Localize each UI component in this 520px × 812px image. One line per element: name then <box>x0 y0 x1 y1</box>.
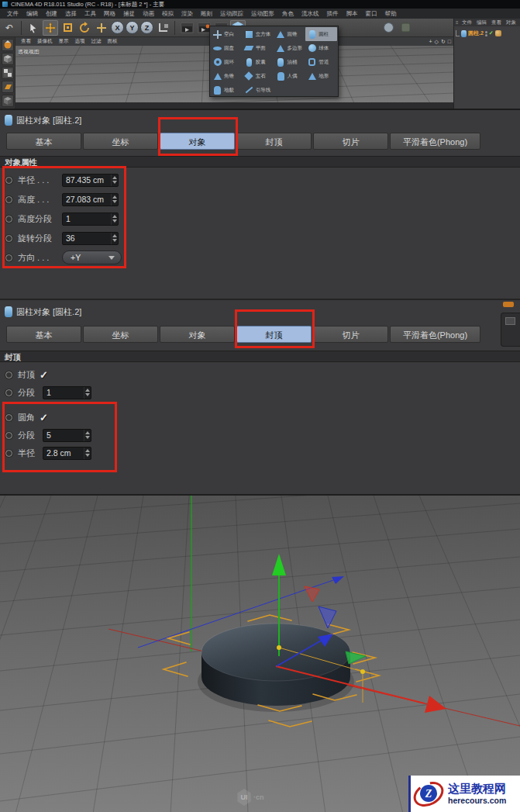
tab-slice[interactable]: 切片 <box>313 326 388 343</box>
tab-phong[interactable]: 平滑着色(Phong) <box>390 326 480 343</box>
fillet-segments-field[interactable]: 5 <box>43 429 91 442</box>
keyframe-circle-icon[interactable] <box>5 235 12 242</box>
texture-mode-button[interactable] <box>2 67 14 79</box>
om-menu-item[interactable]: 查看 <box>490 19 504 26</box>
menu-item[interactable]: 流水线 <box>298 10 323 18</box>
x-axis-lock-button[interactable]: X <box>111 21 124 34</box>
radius-field[interactable]: 87.435 cm <box>62 174 119 187</box>
stepper[interactable] <box>84 447 91 459</box>
viewport-menu-item[interactable]: 选项 <box>72 38 88 45</box>
viewport-menu-item[interactable]: 显示 <box>56 38 72 45</box>
polygon-mode-button[interactable] <box>2 95 14 107</box>
tab-caps[interactable]: 封顶 <box>236 326 312 343</box>
menu-item[interactable]: 插件 <box>323 10 343 18</box>
object-name[interactable]: 圆柱.2 <box>468 29 484 37</box>
tab-coord[interactable]: 坐标 <box>83 133 158 150</box>
y-axis-lock-button[interactable]: Y <box>126 21 139 34</box>
deformer-button[interactable] <box>398 20 413 36</box>
keyframe-circle-icon[interactable] <box>5 432 12 439</box>
panel-menu-icon[interactable]: ≡ <box>456 20 459 25</box>
cap-segments-field[interactable]: 1 <box>43 386 91 399</box>
perspective-viewport-main[interactable]: UI ·cn <box>0 494 520 812</box>
primitive-relief[interactable]: 地貌 <box>211 83 243 97</box>
visibility-dots-icon[interactable] <box>485 31 487 36</box>
orientation-dropdown[interactable]: +Y <box>62 251 122 264</box>
undo-button[interactable]: ↶ <box>2 20 17 36</box>
primitive-landscape[interactable]: 地形 <box>305 69 337 83</box>
primitive-polygon[interactable]: 多边形 <box>274 41 306 55</box>
keyframe-circle-icon[interactable] <box>5 196 12 203</box>
menu-item[interactable]: 创建 <box>42 10 61 18</box>
viewport-menu-item[interactable]: 面板 <box>105 38 121 45</box>
keyframe-circle-icon[interactable] <box>5 371 12 378</box>
primitive-null[interactable]: 空白 <box>211 27 243 41</box>
stepper[interactable] <box>111 174 118 186</box>
stepper[interactable] <box>111 233 118 244</box>
toggle-view-icon[interactable]: □ <box>448 39 451 44</box>
keyframe-circle-icon[interactable] <box>5 389 12 396</box>
z-axis-lock-button[interactable]: Z <box>140 21 153 34</box>
tab-caps[interactable]: 封顶 <box>236 133 312 150</box>
primitive-capsule[interactable]: 胶囊 <box>243 55 274 69</box>
menu-item[interactable]: 网格 <box>100 10 119 18</box>
enabled-check-icon[interactable]: ✓ <box>489 30 494 36</box>
fillet-radius-field[interactable]: 2.8 cm <box>43 447 91 460</box>
keyframe-circle-icon[interactable] <box>5 414 12 421</box>
om-menu-item[interactable]: 对象 <box>505 19 518 26</box>
tab-slice[interactable]: 切片 <box>313 133 388 150</box>
primitive-disc[interactable]: 圆盘 <box>211 41 243 55</box>
stepper[interactable] <box>84 387 91 399</box>
side-panel-tab[interactable] <box>501 313 520 347</box>
primitive-platonic[interactable]: 宝石 <box>243 69 274 83</box>
primitive-cube[interactable]: 立方体 <box>243 27 274 41</box>
keyframe-circle-icon[interactable] <box>5 450 12 457</box>
scale-tool-button[interactable] <box>60 20 75 36</box>
stepper[interactable] <box>111 194 118 206</box>
phong-tag-icon[interactable] <box>495 30 501 36</box>
move-tool-button[interactable] <box>43 20 58 36</box>
stepper[interactable] <box>111 213 118 225</box>
layout-chip-icon[interactable] <box>503 302 514 307</box>
viewport-menu-item[interactable]: 查看 <box>18 38 34 45</box>
menu-item[interactable]: 角色 <box>278 10 298 18</box>
fillet-checkbox[interactable]: ✓ <box>40 412 48 423</box>
height-segments-field[interactable]: 1 <box>62 213 119 226</box>
tab-coord[interactable]: 坐标 <box>83 326 158 343</box>
menu-item[interactable]: 工具 <box>81 10 100 18</box>
rotation-segments-field[interactable]: 36 <box>62 232 119 245</box>
primitive-plane[interactable]: 平面 <box>243 41 274 55</box>
tab-object[interactable]: 对象 <box>160 326 235 343</box>
primitive-sphere[interactable]: 球体 <box>305 41 337 55</box>
om-menu-item[interactable]: 文件 <box>460 19 474 26</box>
tab-phong[interactable]: 平滑着色(Phong) <box>390 133 480 150</box>
menu-item[interactable]: 动画 <box>139 10 158 18</box>
model-mode-button[interactable] <box>2 53 14 65</box>
rotate-view-icon[interactable]: ↻ <box>441 39 446 44</box>
primitive-torus[interactable]: 圆环 <box>211 55 243 69</box>
menu-item[interactable]: 编辑 <box>22 10 42 18</box>
primitive-guide[interactable]: 引导线 <box>243 83 274 97</box>
primitive-tube[interactable]: 管道 <box>305 55 337 69</box>
menu-item[interactable]: 脚本 <box>343 10 362 18</box>
workplane-mode-button[interactable] <box>2 81 14 93</box>
primitive-oiltank[interactable]: 油桶 <box>274 55 306 69</box>
spline-pen-button[interactable] <box>381 20 396 36</box>
live-selection-button[interactable] <box>26 20 41 36</box>
primitive-figure[interactable]: 人偶 <box>274 69 306 83</box>
tab-basic[interactable]: 基本 <box>6 326 81 343</box>
menu-item[interactable]: 文件 <box>3 10 22 18</box>
menu-item[interactable]: 运动图形 <box>247 10 278 18</box>
primitive-pyramid[interactable]: 角锥 <box>211 69 243 83</box>
tab-object[interactable]: 对象 <box>160 133 235 150</box>
coordinate-system-button[interactable] <box>155 20 170 36</box>
last-tool-button[interactable] <box>94 20 109 36</box>
render-view-button[interactable] <box>179 20 195 36</box>
keyframe-circle-icon[interactable] <box>5 177 12 184</box>
menu-item[interactable]: 渲染 <box>177 10 197 18</box>
menu-item[interactable]: 帮助 <box>381 10 401 18</box>
viewport-menu-item[interactable]: 过滤 <box>88 38 105 45</box>
height-field[interactable]: 27.083 cm <box>62 193 119 206</box>
primitive-cylinder[interactable]: 圆柱 <box>305 27 337 41</box>
stepper[interactable] <box>84 430 91 441</box>
zoom-view-icon[interactable]: ◇ <box>435 39 439 44</box>
